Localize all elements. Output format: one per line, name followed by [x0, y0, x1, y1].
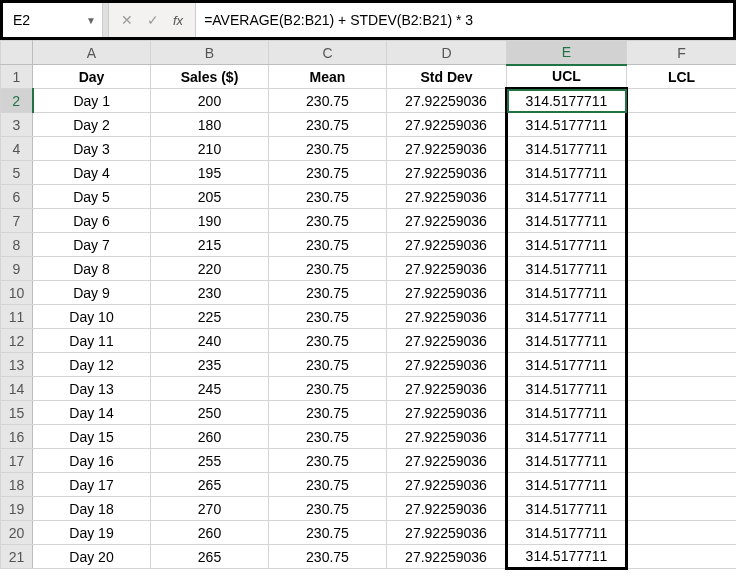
cell-lcl[interactable] — [627, 209, 737, 233]
cell-ucl[interactable]: 314.5177711 — [507, 545, 627, 569]
cell-mean[interactable]: 230.75 — [269, 521, 387, 545]
cell-mean[interactable]: 230.75 — [269, 137, 387, 161]
cell-lcl[interactable] — [627, 353, 737, 377]
confirm-icon[interactable]: ✓ — [147, 12, 159, 28]
cancel-icon[interactable]: ✕ — [121, 12, 133, 28]
col-header-D[interactable]: D — [387, 41, 507, 65]
cell-day[interactable]: Day 8 — [33, 257, 151, 281]
cell-lcl[interactable] — [627, 521, 737, 545]
cell-ucl[interactable]: 314.5177711 — [507, 137, 627, 161]
cell-ucl[interactable]: 314.5177711 — [507, 161, 627, 185]
row-header-5[interactable]: 5 — [1, 161, 33, 185]
cell-sd[interactable]: 27.92259036 — [387, 137, 507, 161]
cell-day[interactable]: Day 1 — [33, 89, 151, 113]
row-header-8[interactable]: 8 — [1, 233, 33, 257]
row-header-18[interactable]: 18 — [1, 473, 33, 497]
col-header-B[interactable]: B — [151, 41, 269, 65]
row-header-2[interactable]: 2 — [1, 89, 33, 113]
row-header-10[interactable]: 10 — [1, 281, 33, 305]
cell-sd[interactable]: 27.92259036 — [387, 257, 507, 281]
cell-lcl[interactable] — [627, 233, 737, 257]
cell-day[interactable]: Day 15 — [33, 425, 151, 449]
row-header-16[interactable]: 16 — [1, 425, 33, 449]
cell-sd[interactable]: 27.92259036 — [387, 281, 507, 305]
cell-mean[interactable]: 230.75 — [269, 401, 387, 425]
cell-sales[interactable]: 235 — [151, 353, 269, 377]
cell-day[interactable]: Day 4 — [33, 161, 151, 185]
cell-sales[interactable]: 200 — [151, 89, 269, 113]
cell-sales[interactable]: 195 — [151, 161, 269, 185]
cell-sd[interactable]: 27.92259036 — [387, 209, 507, 233]
cell-day[interactable]: Day 13 — [33, 377, 151, 401]
cell-lcl[interactable] — [627, 113, 737, 137]
select-all-corner[interactable] — [1, 41, 33, 65]
cell-sales[interactable]: 205 — [151, 185, 269, 209]
header-day[interactable]: Day — [33, 65, 151, 89]
cell-sales[interactable]: 180 — [151, 113, 269, 137]
row-header-7[interactable]: 7 — [1, 209, 33, 233]
row-header-19[interactable]: 19 — [1, 497, 33, 521]
cell-day[interactable]: Day 2 — [33, 113, 151, 137]
name-box[interactable]: E2 ▼ — [3, 3, 103, 37]
cell-day[interactable]: Day 3 — [33, 137, 151, 161]
cell-mean[interactable]: 230.75 — [269, 545, 387, 569]
cell-sales[interactable]: 240 — [151, 329, 269, 353]
header-ucl[interactable]: UCL — [507, 65, 627, 89]
cell-mean[interactable]: 230.75 — [269, 449, 387, 473]
cell-ucl[interactable]: 314.5177711 — [507, 449, 627, 473]
cell-ucl[interactable]: 314.5177711 — [507, 89, 627, 113]
cell-sd[interactable]: 27.92259036 — [387, 161, 507, 185]
cell-sd[interactable]: 27.92259036 — [387, 401, 507, 425]
cell-lcl[interactable] — [627, 497, 737, 521]
cell-sales[interactable]: 260 — [151, 425, 269, 449]
cell-lcl[interactable] — [627, 281, 737, 305]
cell-mean[interactable]: 230.75 — [269, 305, 387, 329]
header-lcl[interactable]: LCL — [627, 65, 737, 89]
cell-sd[interactable]: 27.92259036 — [387, 377, 507, 401]
cell-sales[interactable]: 210 — [151, 137, 269, 161]
cell-ucl[interactable]: 314.5177711 — [507, 425, 627, 449]
cell-sales[interactable]: 250 — [151, 401, 269, 425]
cell-mean[interactable]: 230.75 — [269, 353, 387, 377]
row-header-21[interactable]: 21 — [1, 545, 33, 569]
cell-ucl[interactable]: 314.5177711 — [507, 353, 627, 377]
cell-day[interactable]: Day 20 — [33, 545, 151, 569]
cell-sd[interactable]: 27.92259036 — [387, 89, 507, 113]
header-sd[interactable]: Std Dev — [387, 65, 507, 89]
row-header-13[interactable]: 13 — [1, 353, 33, 377]
col-header-A[interactable]: A — [33, 41, 151, 65]
cell-lcl[interactable] — [627, 473, 737, 497]
cell-ucl[interactable]: 314.5177711 — [507, 209, 627, 233]
row-header-3[interactable]: 3 — [1, 113, 33, 137]
cell-ucl[interactable]: 314.5177711 — [507, 401, 627, 425]
row-header-15[interactable]: 15 — [1, 401, 33, 425]
cell-lcl[interactable] — [627, 545, 737, 569]
cell-ucl[interactable]: 314.5177711 — [507, 329, 627, 353]
header-sales[interactable]: Sales ($) — [151, 65, 269, 89]
cell-sales[interactable]: 225 — [151, 305, 269, 329]
cell-sd[interactable]: 27.92259036 — [387, 113, 507, 137]
row-header-6[interactable]: 6 — [1, 185, 33, 209]
cell-day[interactable]: Day 6 — [33, 209, 151, 233]
cell-sd[interactable]: 27.92259036 — [387, 449, 507, 473]
cell-day[interactable]: Day 12 — [33, 353, 151, 377]
cell-lcl[interactable] — [627, 185, 737, 209]
cell-mean[interactable]: 230.75 — [269, 497, 387, 521]
cell-sd[interactable]: 27.92259036 — [387, 305, 507, 329]
cell-mean[interactable]: 230.75 — [269, 257, 387, 281]
cell-ucl[interactable]: 314.5177711 — [507, 185, 627, 209]
cell-lcl[interactable] — [627, 305, 737, 329]
row-header-9[interactable]: 9 — [1, 257, 33, 281]
cell-sd[interactable]: 27.92259036 — [387, 233, 507, 257]
row-header-17[interactable]: 17 — [1, 449, 33, 473]
cell-lcl[interactable] — [627, 89, 737, 113]
row-header-14[interactable]: 14 — [1, 377, 33, 401]
cell-mean[interactable]: 230.75 — [269, 89, 387, 113]
cell-mean[interactable]: 230.75 — [269, 185, 387, 209]
cell-lcl[interactable] — [627, 329, 737, 353]
cell-mean[interactable]: 230.75 — [269, 425, 387, 449]
cell-sd[interactable]: 27.92259036 — [387, 497, 507, 521]
cell-lcl[interactable] — [627, 161, 737, 185]
cell-sales[interactable]: 220 — [151, 257, 269, 281]
cell-ucl[interactable]: 314.5177711 — [507, 281, 627, 305]
